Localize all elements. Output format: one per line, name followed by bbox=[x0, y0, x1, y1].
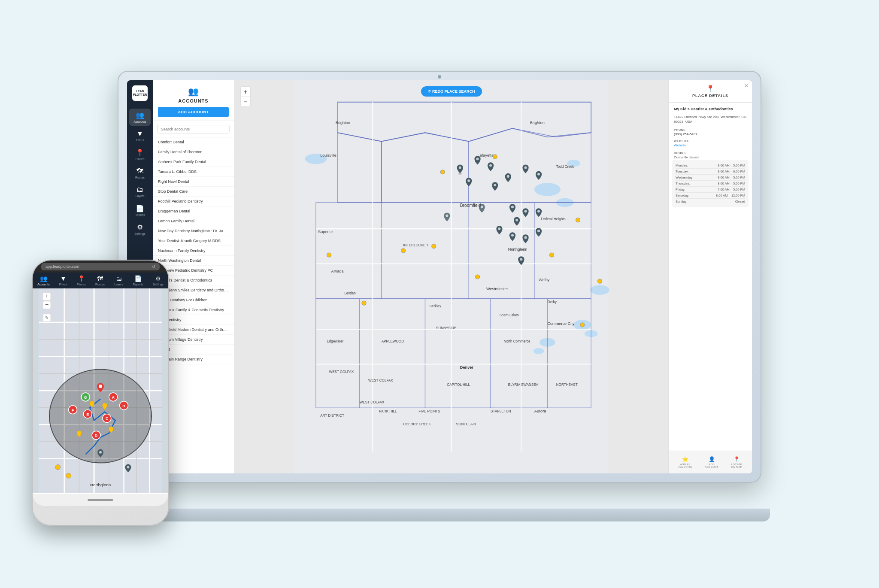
account-list-item[interactable]: Right Now! Dental bbox=[153, 177, 234, 187]
place-name: My Kid's Dentist & Orthodontics bbox=[674, 107, 747, 111]
mobile-map[interactable]: + − ✎ bbox=[33, 288, 168, 493]
hours-day: Thursday: bbox=[676, 182, 690, 185]
mobile-reports-icon: 📄 bbox=[134, 275, 142, 282]
svg-point-82 bbox=[580, 323, 585, 327]
accounts-search-input[interactable] bbox=[157, 125, 230, 133]
sidebar-item-reports[interactable]: 📄 Reports bbox=[129, 202, 151, 219]
svg-text:ART DISTRICT: ART DISTRICT bbox=[320, 414, 344, 418]
mobile-toolbar-layers[interactable]: 🗂 Layers bbox=[114, 275, 123, 286]
svg-point-69 bbox=[537, 230, 540, 232]
hours-day: Sunday: bbox=[676, 200, 688, 203]
hours-row: Monday:8:00 AM – 5:00 PM bbox=[676, 163, 745, 169]
svg-text:D: D bbox=[95, 433, 98, 438]
svg-point-65 bbox=[515, 219, 518, 221]
hours-time: 8:00 AM – 5:00 PM bbox=[718, 164, 745, 167]
account-list-item[interactable]: Lemon Family Dental bbox=[153, 216, 234, 226]
svg-point-62 bbox=[511, 206, 514, 208]
sidebar-item-layers[interactable]: 🗂 Layers bbox=[129, 183, 151, 200]
svg-text:ELYRIA SWANSEA: ELYRIA SWANSEA bbox=[508, 383, 539, 387]
svg-point-54 bbox=[459, 167, 461, 169]
sidebar-logo-text: LEADPLOTTER bbox=[133, 90, 147, 96]
place-details-close-button[interactable]: ✕ bbox=[744, 83, 749, 89]
zoom-out-button[interactable]: − bbox=[240, 97, 251, 107]
filters-icon: ▼ bbox=[136, 130, 143, 138]
sidebar-item-places[interactable]: 📍 Places bbox=[129, 146, 151, 163]
svg-point-77 bbox=[475, 275, 479, 279]
svg-point-108 bbox=[99, 385, 102, 388]
svg-point-66 bbox=[498, 227, 500, 230]
mobile-accounts-label: Accounts bbox=[37, 283, 50, 286]
redo-search-button[interactable]: ↺ REDO PLACE SEARCH bbox=[421, 86, 482, 97]
mobile-toolbar-places[interactable]: 📍 Places bbox=[77, 275, 86, 286]
svg-text:WEST COLFAX: WEST COLFAX bbox=[360, 400, 385, 404]
svg-text:B: B bbox=[122, 404, 125, 408]
account-list-item[interactable]: Bruggeman Dental bbox=[153, 206, 234, 216]
add-account-button[interactable]: ADD ACCOUNT bbox=[158, 107, 229, 117]
laptop-base bbox=[109, 509, 770, 521]
hours-time: 9:00 AM – 6:00 PM bbox=[718, 170, 745, 173]
mobile-toolbar-settings[interactable]: ⚙ Settings bbox=[153, 275, 164, 286]
mobile-filters-label: Filters bbox=[59, 283, 67, 286]
place-details-content: My Kid's Dentist & Orthodontics 14422 Or… bbox=[669, 103, 752, 451]
account-list-item[interactable]: Family Dental of Thornton bbox=[153, 147, 234, 157]
add-favorite-button[interactable]: ⭐ ADD ASFAVORITE bbox=[675, 455, 696, 470]
mobile-toolbar-routes[interactable]: 🗺 Routes bbox=[95, 275, 105, 286]
svg-point-9 bbox=[590, 285, 609, 294]
zoom-in-button[interactable]: + bbox=[240, 86, 251, 97]
svg-text:INTERLOCKER: INTERLOCKER bbox=[403, 243, 428, 247]
account-list-item[interactable]: Foothill Pediatric Dentistry bbox=[153, 197, 234, 206]
settings-icon: ⚙ bbox=[137, 223, 143, 231]
svg-text:STAPLETON: STAPLETON bbox=[491, 409, 511, 413]
laptop: LEADPLOTTER 👥 Accounts ▼ Filters 📍 Place… bbox=[118, 71, 761, 509]
hours-row: Saturday:8:00 AM – 12:00 PM bbox=[676, 193, 745, 199]
places-label: Places bbox=[135, 158, 144, 161]
account-list-item[interactable]: Tamara L. Gibbs, DDS bbox=[153, 167, 234, 177]
sidebar-item-accounts[interactable]: 👥 Accounts bbox=[129, 109, 151, 126]
svg-text:PARK HILL: PARK HILL bbox=[379, 409, 397, 413]
svg-point-123 bbox=[99, 451, 102, 454]
mobile-map-svg: + − ✎ bbox=[33, 288, 168, 493]
mobile-toolbar-accounts[interactable]: 👥 Accounts bbox=[37, 275, 50, 286]
mobile-reports-label: Reports bbox=[133, 283, 143, 286]
svg-text:Northglenn: Northglenn bbox=[508, 247, 527, 252]
hours-label: HOURS bbox=[674, 152, 747, 155]
svg-text:CHERRY CREEK: CHERRY CREEK bbox=[403, 422, 431, 426]
account-list-item[interactable]: New Day Dentistry Northglenn : Dr. Jamie… bbox=[153, 226, 234, 236]
map-area[interactable]: ↺ REDO PLACE SEARCH + − bbox=[234, 80, 668, 473]
svg-text:Edgewater: Edgewater bbox=[327, 339, 343, 343]
accounts-panel-title: ACCOUNTS bbox=[178, 98, 208, 103]
mobile-home-indicator bbox=[33, 494, 168, 506]
hours-time: 8:00 AM – 12:00 PM bbox=[716, 194, 745, 197]
sidebar-item-settings[interactable]: ⚙ Settings bbox=[129, 221, 151, 238]
sidebar-item-filters[interactable]: ▼ Filters bbox=[129, 127, 151, 144]
add-account-from-details-button[interactable]: 👤 ADDACCOUNT bbox=[701, 455, 722, 470]
mobile-toolbar-reports[interactable]: 📄 Reports bbox=[133, 275, 143, 286]
website-link[interactable]: Website bbox=[674, 143, 747, 147]
svg-text:North Commerce: North Commerce bbox=[504, 339, 530, 343]
account-list-item[interactable]: Comfort Dental bbox=[153, 137, 234, 147]
svg-text:Broomfield: Broomfield bbox=[460, 203, 481, 208]
refresh-icon: ↺ bbox=[152, 264, 155, 269]
account-list-item[interactable]: Amherst Park Family Dental bbox=[153, 157, 234, 167]
account-list-item[interactable]: Your Dentist: Kranik Gregory M DDS bbox=[153, 236, 234, 246]
favorite-icon: ⭐ bbox=[682, 456, 688, 462]
mobile-device: app.leadplotter.com ↺ 👥 Accounts ▼ Filte… bbox=[32, 260, 169, 526]
mobile-toolbar-filters[interactable]: ▼ Filters bbox=[59, 275, 67, 286]
svg-text:Welby: Welby bbox=[539, 278, 550, 282]
account-list-item[interactable]: Nachmann Family Dentistry bbox=[153, 246, 234, 256]
add-account-label: ADDACCOUNT bbox=[705, 463, 718, 468]
place-address: 14422 Orchard Pkwy Ste 200, Westminster,… bbox=[674, 115, 747, 124]
mobile-screen: 👥 Accounts ▼ Filters 📍 Places 🗺 Routes bbox=[33, 273, 168, 494]
svg-point-1 bbox=[534, 183, 561, 196]
mobile-notch: app.leadplotter.com ↺ bbox=[33, 261, 168, 273]
mobile-settings-label: Settings bbox=[153, 283, 164, 286]
sidebar-item-routes[interactable]: 🗺 Routes bbox=[129, 165, 151, 182]
locate-label: LOCATEON MAP bbox=[731, 463, 742, 468]
svg-text:MONTCLAIR: MONTCLAIR bbox=[456, 422, 476, 426]
svg-text:NORTHEAST: NORTHEAST bbox=[556, 383, 578, 387]
account-list-item[interactable]: Stop Dental Care bbox=[153, 187, 234, 197]
place-details-panel: ✕ 📍 PLACE DETAILS My Kid's Dentist & Ort… bbox=[668, 80, 752, 473]
hours-day: Monday: bbox=[676, 164, 688, 167]
place-details-footer: ⭐ ADD ASFAVORITE 👤 ADDACCOUNT 📍 LOCATEON… bbox=[669, 451, 752, 473]
locate-on-map-button[interactable]: 📍 LOCATEON MAP bbox=[728, 455, 746, 470]
